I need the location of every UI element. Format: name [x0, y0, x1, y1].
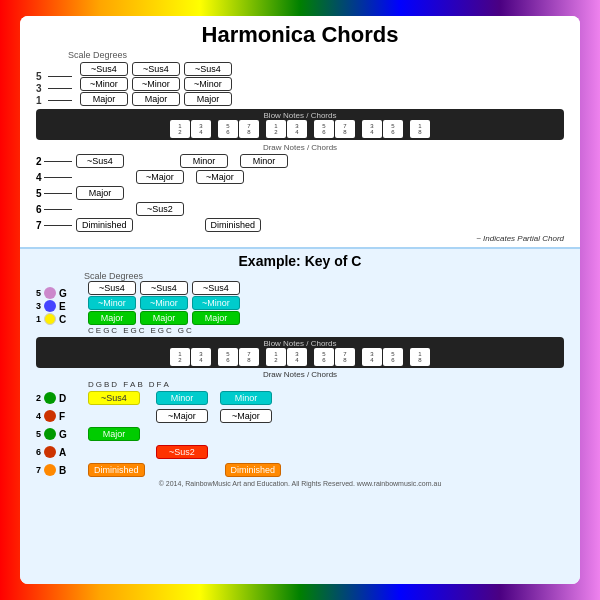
draw-row-6: 6 ~Sus2 — [36, 202, 564, 216]
bdraw-2-col1: ~Sus4 — [88, 391, 140, 405]
blow-col2-minor: ~Minor — [132, 77, 180, 91]
bdraw-7-col1: Diminished — [88, 463, 145, 477]
hole-8: 78 — [335, 120, 355, 138]
bottom-blow-col2: ~Sus4 ~Minor Major — [140, 281, 188, 325]
draw-section: 2 ~Sus4 Minor Minor 4 ~Major ~Major — [36, 154, 564, 232]
draw-5-col1: Major — [76, 186, 124, 200]
hole-11: 18 — [410, 120, 430, 138]
draw-2-col1: ~Sus4 — [76, 154, 124, 168]
bottom-blow-col3: ~Sus4 ~Minor Major — [192, 281, 240, 325]
page-title: Harmonica Chords — [36, 22, 564, 48]
hole-4: 78 — [239, 120, 259, 138]
bottom-blow-bar: Blow Notes / Chords 12 34 56 78 12 34 — [36, 337, 564, 368]
hole-group-4: 56 78 — [314, 120, 355, 138]
bdraw-5-col1: Major — [88, 427, 140, 441]
partial-note-label: ~ Indicates Partial Chord — [36, 234, 564, 243]
hole-2: 34 — [191, 120, 211, 138]
bot-col1-major: Major — [88, 311, 136, 325]
bdeg-4: 4 F — [36, 408, 84, 424]
draw-degree-5: 5 — [36, 188, 72, 199]
circle-1 — [44, 313, 56, 325]
bottom-blow-col1: ~Sus4 ~Minor Major — [88, 281, 136, 325]
blow-bar-label: Blow Notes / Chords — [264, 111, 337, 120]
degree-1: 1 — [36, 95, 72, 106]
blow-col-2: ~Sus4 ~Minor Major — [132, 62, 180, 106]
blow-col3-minor: ~Minor — [184, 77, 232, 91]
bot-hole-5: 12 — [266, 348, 286, 366]
draw-degree-2: 2 — [36, 156, 72, 167]
bcircle-4 — [44, 410, 56, 422]
hole-9: 34 — [362, 120, 382, 138]
bdraw-row-7: Diminished Diminished — [88, 462, 564, 478]
bnote-g: G — [59, 429, 67, 440]
bot-hole-3: 56 — [218, 348, 238, 366]
draw-7-col3: Diminished — [205, 218, 262, 232]
note-c: C — [59, 314, 66, 325]
hole-numbers: 12 34 56 78 12 34 56 78 — [170, 120, 430, 138]
bot-hole-2: 34 — [191, 348, 211, 366]
bdraw-4-col3: ~Major — [220, 409, 272, 423]
blow-col3-major: Major — [184, 92, 232, 106]
draw-degree-4: 4 — [36, 172, 72, 183]
bcircle-2 — [44, 392, 56, 404]
bdraw-row-6: ~Sus2 — [88, 444, 564, 460]
bot-col1-minor: ~Minor — [88, 296, 136, 310]
hole-7: 56 — [314, 120, 334, 138]
bottom-draw-bar-label: Draw Notes / Chords — [36, 370, 564, 379]
draw-4-col2: ~Major — [136, 170, 184, 184]
bdeg-2: 2 D — [36, 390, 84, 406]
bottom-blow-cols: ~Sus4 ~Minor Major ~Sus4 ~Minor Major ~S… — [88, 281, 240, 325]
draw-note-row: DGBD FAB DFA — [88, 380, 564, 389]
blow-col1-minor: ~Minor — [80, 77, 128, 91]
draw-row-4: 4 ~Major ~Major — [36, 170, 564, 184]
scale-degrees-label: Scale Degrees — [68, 50, 564, 60]
draw-degree-6: 6 — [36, 204, 72, 215]
bottom-degree-1: 1 C — [36, 313, 84, 325]
hole-group-5: 34 56 — [362, 120, 403, 138]
bottom-blow-bar-label: Blow Notes / Chords — [264, 339, 337, 348]
blow-col1-major: Major — [80, 92, 128, 106]
draw-row-2: 2 ~Sus4 Minor Minor — [36, 154, 564, 168]
bot-col3-major: Major — [192, 311, 240, 325]
top-section: Harmonica Chords Scale Degrees 5 3 1 — [20, 16, 580, 247]
blow-note-row: CEGC EGC EGC GC — [88, 326, 564, 335]
draw-label: Draw Notes / Chords — [36, 143, 564, 152]
bottom-degree-3: 3 E — [36, 300, 84, 312]
draw-7-col1: Diminished — [76, 218, 133, 232]
footer-text: © 2014, RainbowMusic Art and Education. … — [36, 480, 564, 487]
bottom-blow-degrees: 5 G 3 E 1 C — [36, 287, 84, 325]
degree-5: 5 — [36, 71, 72, 82]
degree-3: 3 — [36, 83, 72, 94]
draw-row-5: 5 Major — [36, 186, 564, 200]
bdeg-7: 7 B — [36, 462, 84, 478]
bnote-d: D — [59, 393, 66, 404]
bot-col2-major: Major — [140, 311, 188, 325]
hole-5: 12 — [266, 120, 286, 138]
bottom-hole-numbers: 12 34 56 78 12 34 56 78 — [170, 348, 430, 366]
bdraw-7-col3: Diminished — [225, 463, 282, 477]
bot-hole-6: 34 — [287, 348, 307, 366]
blow-bar: Blow Notes / Chords 12 34 56 78 12 34 — [36, 109, 564, 140]
bot-col3-sus4: ~Sus4 — [192, 281, 240, 295]
bnote-a: A — [59, 447, 66, 458]
bot-hole-10: 56 — [383, 348, 403, 366]
hole-group-3: 12 34 — [266, 120, 307, 138]
bot-hole-7: 56 — [314, 348, 334, 366]
blow-col3-sus4: ~Sus4 — [184, 62, 232, 76]
blow-col-1: ~Sus4 ~Minor Major — [80, 62, 128, 106]
draw-degree-7: 7 — [36, 220, 72, 231]
hole-6: 34 — [287, 120, 307, 138]
bot-hole-8: 78 — [335, 348, 355, 366]
bdraw-4-col2: ~Major — [156, 409, 208, 423]
bdraw-row-2: ~Sus4 Minor Minor — [88, 390, 564, 406]
hole-10: 56 — [383, 120, 403, 138]
bottom-scale-label: Scale Degrees — [84, 271, 564, 281]
draw-2-col2: Minor — [180, 154, 228, 168]
draw-6-col2: ~Sus2 — [136, 202, 184, 216]
blow-col2-sus4: ~Sus4 — [132, 62, 180, 76]
hole-group-6: 18 — [410, 120, 430, 138]
bcircle-7 — [44, 464, 56, 476]
bdraw-row-4: ~Major ~Major — [88, 408, 564, 424]
bot-col2-minor: ~Minor — [140, 296, 188, 310]
bottom-draw-degrees: 2 D 4 F 5 G 6 A — [36, 390, 84, 478]
